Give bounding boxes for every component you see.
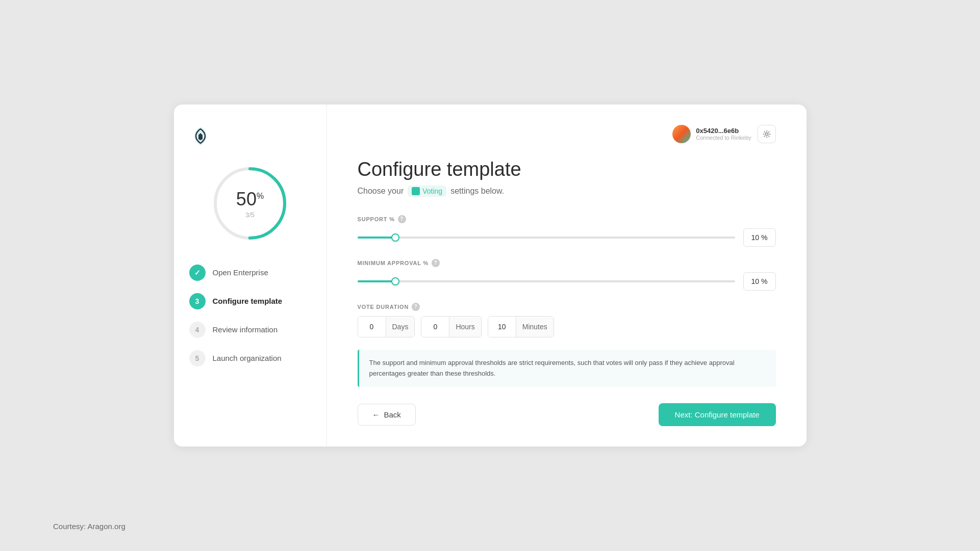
progress-percent: 50% xyxy=(236,188,264,209)
duration-minutes-field: Minutes xyxy=(488,316,554,337)
step-label-2: Configure template xyxy=(213,297,283,305)
steps-list: ✓ Open Enterprise 3 Configure template 4… xyxy=(189,265,311,366)
step-item-4[interactable]: 5 Launch organization xyxy=(189,350,311,366)
vote-duration-field-group: VOTE DURATION ? Days Hours Minutes xyxy=(358,303,776,337)
sidebar: 50% 3/5 ✓ Open Enterprise 3 Configure te… xyxy=(174,104,327,447)
step-label-3: Review information xyxy=(213,325,278,334)
min-approval-slider-row xyxy=(358,272,776,291)
step-badge-2: 3 xyxy=(189,293,206,309)
main-content: 0x5420...6e6b Connected to Rinkeby Confi… xyxy=(327,104,807,447)
page-title: Configure template xyxy=(358,159,776,180)
duration-days-input[interactable] xyxy=(358,317,386,337)
duration-hours-input[interactable] xyxy=(421,317,449,337)
min-approval-slider-track[interactable] xyxy=(358,280,735,282)
duration-hours-label: Hours xyxy=(449,317,481,337)
min-approval-slider-thumb[interactable] xyxy=(391,277,399,285)
progress-steps: 3/5 xyxy=(236,211,264,218)
duration-hours-field: Hours xyxy=(421,316,481,337)
step-label-1: Open Enterprise xyxy=(213,268,268,277)
voting-icon xyxy=(412,187,420,195)
duration-minutes-label: Minutes xyxy=(516,317,554,337)
step-badge-4: 5 xyxy=(189,350,206,366)
step-item-3[interactable]: 4 Review information xyxy=(189,322,311,338)
back-arrow-icon: ← xyxy=(372,410,380,419)
duration-minutes-input[interactable] xyxy=(488,317,516,337)
wallet-info: 0x5420...6e6b Connected to Rinkeby xyxy=(672,125,751,143)
svg-point-2 xyxy=(765,133,768,135)
courtesy-text: Courtesy: Aragon.org xyxy=(53,522,125,531)
page-subtitle: Choose your Voting settings below. xyxy=(358,186,776,197)
vote-duration-help-icon[interactable]: ? xyxy=(412,303,420,311)
vote-duration-label: VOTE DURATION ? xyxy=(358,303,776,311)
step-item-1[interactable]: ✓ Open Enterprise xyxy=(189,265,311,281)
duration-days-field: Days xyxy=(358,316,415,337)
progress-ring: 50% 3/5 xyxy=(209,163,291,244)
next-button[interactable]: Next: Configure template xyxy=(659,403,776,426)
support-value-input[interactable] xyxy=(743,228,776,247)
min-approval-value-input[interactable] xyxy=(743,272,776,291)
support-label: SUPPORT % ? xyxy=(358,215,776,223)
voting-badge: Voting xyxy=(408,186,446,197)
support-help-icon[interactable]: ? xyxy=(398,215,406,223)
info-box-text: The support and minimum approval thresho… xyxy=(369,358,766,379)
min-approval-help-icon[interactable]: ? xyxy=(432,259,440,267)
wallet-text: 0x5420...6e6b Connected to Rinkeby xyxy=(696,127,751,141)
support-slider-row xyxy=(358,228,776,247)
settings-button[interactable] xyxy=(758,125,776,143)
step-badge-3: 4 xyxy=(189,322,206,338)
min-approval-slider-fill xyxy=(358,280,395,282)
duration-row: Days Hours Minutes xyxy=(358,316,776,337)
info-box: The support and minimum approval thresho… xyxy=(358,350,776,387)
support-slider-fill xyxy=(358,237,395,239)
back-button[interactable]: ← Back xyxy=(358,404,416,426)
step-item-2[interactable]: 3 Configure template xyxy=(189,293,311,309)
wallet-network: Connected to Rinkeby xyxy=(696,135,751,141)
support-slider-track[interactable] xyxy=(358,237,735,239)
support-slider-thumb[interactable] xyxy=(391,233,399,242)
support-field-group: SUPPORT % ? xyxy=(358,215,776,247)
step-label-4: Launch organization xyxy=(213,354,282,362)
duration-days-label: Days xyxy=(386,317,415,337)
min-approval-label: MINIMUM APPROVAL % ? xyxy=(358,259,776,267)
min-approval-field-group: MINIMUM APPROVAL % ? xyxy=(358,259,776,291)
header-bar: 0x5420...6e6b Connected to Rinkeby xyxy=(358,125,776,143)
button-row: ← Back Next: Configure template xyxy=(358,403,776,426)
step-badge-1: ✓ xyxy=(189,265,206,281)
wallet-address: 0x5420...6e6b xyxy=(696,127,751,135)
wallet-avatar xyxy=(672,125,691,143)
app-logo xyxy=(189,125,212,147)
